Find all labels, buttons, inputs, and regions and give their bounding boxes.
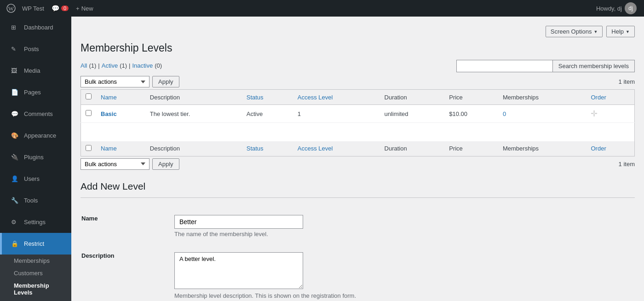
sidebar-item-restrict[interactable]: 🔒Restrict xyxy=(0,233,71,255)
site-name-item[interactable]: WP Test xyxy=(18,0,48,17)
footer-col-status-link[interactable]: Status xyxy=(247,145,264,152)
footer-col-memberships: Memberships xyxy=(498,141,586,156)
row-duration-cell: unlimited xyxy=(380,105,445,123)
table-row: Basic The lowest tier. Active 1 unlimite… xyxy=(81,105,635,123)
sidebar-item-settings[interactable]: ⚙Settings xyxy=(0,211,71,233)
bottom-item-count: 1 item xyxy=(619,161,635,168)
top-bulk-actions-select[interactable]: Bulk actions xyxy=(80,76,150,87)
membership-levels-table: Name Description Status Access Level Dur… xyxy=(80,89,635,156)
avatar: dj xyxy=(625,2,637,14)
col-status-link[interactable]: Status xyxy=(247,94,264,101)
row-order-cell: ✛ xyxy=(586,105,634,123)
admin-bar: W WP Test 💬 0 + New Howdy, dj dj xyxy=(0,0,644,17)
col-memberships: Memberships xyxy=(498,90,586,105)
submenu-customers[interactable]: Customers xyxy=(0,267,71,279)
sidebar-item-plugins[interactable]: 🔌Plugins xyxy=(0,146,71,168)
new-item[interactable]: + New xyxy=(72,0,97,17)
row-description-cell: The lowest tier. xyxy=(145,105,242,123)
footer-col-access-level-link[interactable]: Access Level xyxy=(298,145,333,152)
filter-all[interactable]: All xyxy=(80,62,87,69)
footer-col-checkbox xyxy=(81,141,97,156)
dashboard-icon: ⊞ xyxy=(6,20,16,35)
search-input[interactable] xyxy=(456,60,553,72)
comments-count: 0 xyxy=(61,6,69,11)
col-checkbox xyxy=(81,90,97,105)
row-name-link[interactable]: Basic xyxy=(101,110,117,117)
col-order-link[interactable]: Order xyxy=(591,94,606,101)
sidebar-item-comments[interactable]: 💬Comments xyxy=(0,103,71,125)
form-row-name: Name The name of the membership level. xyxy=(81,208,634,244)
description-field-cell: A better level. Membership level descrip… xyxy=(174,245,634,301)
bottom-controls-left: Bulk actions Apply xyxy=(80,158,179,170)
screen-options-chevron-icon: ▼ xyxy=(593,29,598,34)
description-textarea[interactable]: A better level. xyxy=(174,252,303,289)
sidebar-item-media[interactable]: 🖼Media xyxy=(0,60,71,81)
submenu-membership-levels[interactable]: Membership Levels xyxy=(0,279,71,299)
submenu-memberships[interactable]: Memberships xyxy=(0,255,71,267)
col-name-link[interactable]: Name xyxy=(101,94,117,101)
table-header-row: Name Description Status Access Level Dur… xyxy=(81,90,635,105)
plus-icon: + xyxy=(76,5,80,12)
row-access-level-cell: 1 xyxy=(293,105,380,123)
form-row-description: Description A better level. Membership l… xyxy=(81,245,634,301)
footer-col-order-link[interactable]: Order xyxy=(591,145,606,152)
footer-col-price: Price xyxy=(444,141,498,156)
filter-inactive[interactable]: Inactive xyxy=(132,62,153,69)
name-field-cell: The name of the membership level. xyxy=(174,208,634,244)
sidebar: ⊞Dashboard ✎Posts 🖼Media 📄Pages 💬Comment… xyxy=(0,17,71,301)
search-button[interactable]: Search membership levels xyxy=(553,60,635,72)
filter-active[interactable]: Active xyxy=(102,62,118,69)
new-label: New xyxy=(81,5,93,12)
howdy-item[interactable]: Howdy, dj dj xyxy=(592,2,640,14)
row-price-cell: $10.00 xyxy=(444,105,498,123)
comments-icon: 💬 xyxy=(6,107,16,121)
col-status: Status xyxy=(242,90,293,105)
sidebar-item-appearance[interactable]: 🎨Appearance xyxy=(0,125,71,146)
tools-icon: 🔧 xyxy=(6,193,16,208)
top-apply-button[interactable]: Apply xyxy=(152,76,179,87)
main-content: Screen Options ▼ Help ▼ Membership Level… xyxy=(71,17,644,301)
screen-options-label: Screen Options xyxy=(551,28,592,35)
sidebar-item-users[interactable]: 👤Users xyxy=(0,168,71,190)
sidebar-item-posts[interactable]: ✎Posts xyxy=(0,38,71,60)
wp-logo-icon[interactable]: W xyxy=(4,0,18,17)
top-bulk-wrapper: Bulk actions xyxy=(80,76,150,87)
table-footer-row: Name Description Status Access Level Dur… xyxy=(81,141,635,156)
footer-col-access-level: Access Level xyxy=(293,141,380,156)
footer-col-name: Name xyxy=(96,141,145,156)
help-label: Help xyxy=(611,28,624,35)
select-all-checkbox[interactable] xyxy=(86,93,92,99)
svg-text:W: W xyxy=(8,5,14,12)
row-status-cell: Active xyxy=(242,105,293,123)
screen-options-button[interactable]: Screen Options ▼ xyxy=(546,26,603,37)
comments-item[interactable]: 💬 0 xyxy=(48,0,72,17)
description-description: Membership level description. This is sh… xyxy=(174,292,634,299)
footer-col-description: Description xyxy=(145,141,242,156)
sidebar-item-pages[interactable]: 📄Pages xyxy=(0,81,71,103)
help-chevron-icon: ▼ xyxy=(626,29,630,34)
search-bar: Search membership levels xyxy=(456,60,635,72)
help-button[interactable]: Help ▼ xyxy=(606,26,635,37)
drag-handle-icon[interactable]: ✛ xyxy=(591,109,598,118)
name-input[interactable] xyxy=(174,215,303,229)
row-name-cell: Basic xyxy=(96,105,145,123)
page-title: Membership Levels xyxy=(80,42,635,54)
top-controls-row: Bulk actions Apply 1 item xyxy=(80,76,635,87)
row-checkbox[interactable] xyxy=(86,110,92,116)
membership-levels-table-wrapper: Name Description Status Access Level Dur… xyxy=(80,89,635,156)
row-memberships-link[interactable]: 0 xyxy=(503,110,506,117)
col-access-level-link[interactable]: Access Level xyxy=(298,94,333,101)
footer-col-name-link[interactable]: Name xyxy=(101,145,117,152)
bottom-bulk-actions-select[interactable]: Bulk actions xyxy=(80,158,150,170)
restrict-icon: 🔒 xyxy=(6,237,16,251)
submenu-discount-codes[interactable]: Discount Codes xyxy=(0,299,71,301)
select-all-checkbox-bottom[interactable] xyxy=(86,145,92,151)
bottom-apply-button[interactable]: Apply xyxy=(152,158,179,170)
sidebar-item-dashboard[interactable]: ⊞Dashboard xyxy=(0,17,71,38)
add-new-form-table: Name The name of the membership level. D… xyxy=(80,207,635,301)
bottom-controls-row: Bulk actions Apply 1 item xyxy=(80,158,635,170)
sidebar-item-tools[interactable]: 🔧Tools xyxy=(0,190,71,211)
add-new-level-section: Add New Level Name The name of the membe… xyxy=(80,181,635,301)
users-icon: 👤 xyxy=(6,172,16,186)
footer-col-status: Status xyxy=(242,141,293,156)
